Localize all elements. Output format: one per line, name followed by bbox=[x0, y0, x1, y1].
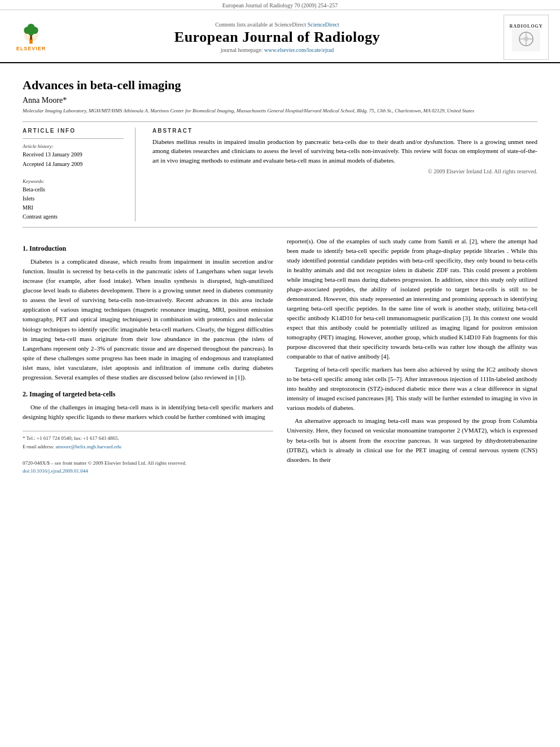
contents-text: Contents lists available at ScienceDirec… bbox=[215, 21, 306, 28]
keywords-heading: Keywords: bbox=[23, 178, 124, 184]
copyright-text: © 2009 Elsevier Ireland Ltd. All rights … bbox=[152, 168, 537, 174]
article-info-col: ARTICLE INFO Article history: Received 1… bbox=[23, 128, 135, 221]
elsevier-wordmark: ELSEVIER bbox=[16, 46, 46, 51]
top-bar: European Journal of Radiology 70 (2009) … bbox=[0, 0, 560, 10]
author-affiliation: Molecular Imaging Laboratory, MGH/MIT/HM… bbox=[23, 107, 537, 115]
doi-link[interactable]: doi:10.1016/j.ejrad.2009.01.044 bbox=[23, 468, 88, 474]
author-text: Anna Moore* bbox=[23, 96, 67, 104]
elsevier-tree-svg bbox=[17, 23, 45, 46]
contents-available-line: Contents lists available at ScienceDirec… bbox=[51, 21, 504, 28]
article-meta-row: ARTICLE INFO Article history: Received 1… bbox=[23, 128, 537, 221]
right-para-3: An alternative approach to imaging beta-… bbox=[287, 416, 537, 464]
section-1-heading: 1. Introduction bbox=[23, 243, 273, 254]
divider-meta bbox=[23, 121, 537, 122]
keyword-3: MRI bbox=[23, 203, 124, 212]
intro-para-1: Diabetes is a complicated disease, which… bbox=[23, 257, 273, 382]
received-date: Received 13 January 2009 bbox=[23, 150, 124, 159]
article-history-label: Article history: bbox=[23, 143, 124, 149]
abstract-text: Diabetes mellitus results in impaired in… bbox=[152, 137, 537, 165]
keywords-list: Beta-cells Islets MRI Contrast agents bbox=[23, 185, 124, 221]
abstract-col: ABSTRACT Diabetes mellitus results in im… bbox=[152, 128, 537, 221]
section-1-title: Introduction bbox=[29, 244, 66, 252]
divider-info bbox=[23, 138, 124, 139]
keyword-4: Contrast agents bbox=[23, 212, 124, 221]
article-title: Advances in beta-cell imaging bbox=[23, 78, 537, 93]
footer-notes: * Tel.: +1 617 724 0540; fax: +1 617 643… bbox=[23, 431, 273, 474]
author-name: Anna Moore* bbox=[23, 96, 537, 105]
footnote-star-text: * Tel.: +1 617 724 0540; fax: +1 617 643… bbox=[23, 435, 119, 441]
journal-header: ELSEVIER Contents lists available at Sci… bbox=[0, 10, 560, 63]
footnote-email-label: E-mail address: bbox=[23, 444, 54, 449]
section-2-heading: 2. Imaging of targeted beta-cells bbox=[23, 389, 273, 400]
section-2-number: 2. bbox=[23, 390, 28, 398]
journal-center: Contents lists available at ScienceDirec… bbox=[51, 21, 504, 53]
footnote-email-link[interactable]: amoore@helix.mgh.harvard.edu bbox=[55, 444, 121, 449]
elsevier-logo: ELSEVIER bbox=[11, 23, 51, 51]
sciencedirect-link[interactable]: ScienceDirect bbox=[308, 21, 339, 28]
radiology-logo-text: RADIOLOGY bbox=[509, 24, 542, 29]
body-col-right: reporter(s). One of the examples of such… bbox=[287, 237, 537, 476]
footnote-email-line: E-mail address: amoore@helix.mgh.harvard… bbox=[23, 443, 273, 451]
homepage-label: journal homepage: bbox=[221, 47, 263, 53]
body-col-left: 1. Introduction Diabetes is a complicate… bbox=[23, 237, 273, 476]
right-para-2: Targeting of beta-cell specific markers … bbox=[287, 365, 537, 413]
keyword-2: Islets bbox=[23, 194, 124, 203]
journal-citation: European Journal of Radiology 70 (2009) … bbox=[222, 2, 338, 8]
doi-line-text: 0720-048X/$ – see front matter © 2009 El… bbox=[23, 460, 186, 466]
accepted-date: Accepted 14 January 2009 bbox=[23, 160, 124, 168]
body-columns: 1. Introduction Diabetes is a complicate… bbox=[23, 237, 537, 476]
svg-point-11 bbox=[524, 37, 528, 41]
abstract-heading: ABSTRACT bbox=[152, 128, 537, 134]
doi-value: doi:10.1016/j.ejrad.2009.01.044 bbox=[23, 468, 273, 475]
section-1-number: 1. bbox=[23, 244, 28, 252]
article-info-heading: ARTICLE INFO bbox=[23, 128, 124, 134]
doi-line: 0720-048X/$ – see front matter © 2009 El… bbox=[23, 460, 273, 467]
section-2-title: Imaging of targeted beta-cells bbox=[29, 390, 115, 398]
homepage-link[interactable]: www.elsevier.com/locate/ejrad bbox=[264, 47, 334, 53]
main-content: Advances in beta-cell imaging Anna Moore… bbox=[0, 63, 560, 487]
journal-title: European Journal of Radiology bbox=[51, 29, 504, 46]
keyword-1: Beta-cells bbox=[23, 185, 124, 194]
divider-body bbox=[23, 227, 537, 228]
right-para-1: reporter(s). One of the examples of such… bbox=[287, 237, 537, 362]
journal-homepage: journal homepage: www.elsevier.com/locat… bbox=[51, 47, 504, 53]
footnote-star-line: * Tel.: +1 617 724 0540; fax: +1 617 643… bbox=[23, 435, 273, 442]
radiology-logo-box: RADIOLOGY bbox=[504, 15, 549, 60]
radiology-logo-image bbox=[512, 29, 540, 51]
svg-point-6 bbox=[28, 29, 34, 36]
section-2-para-1: One of the challenges in imaging beta-ce… bbox=[23, 403, 273, 422]
